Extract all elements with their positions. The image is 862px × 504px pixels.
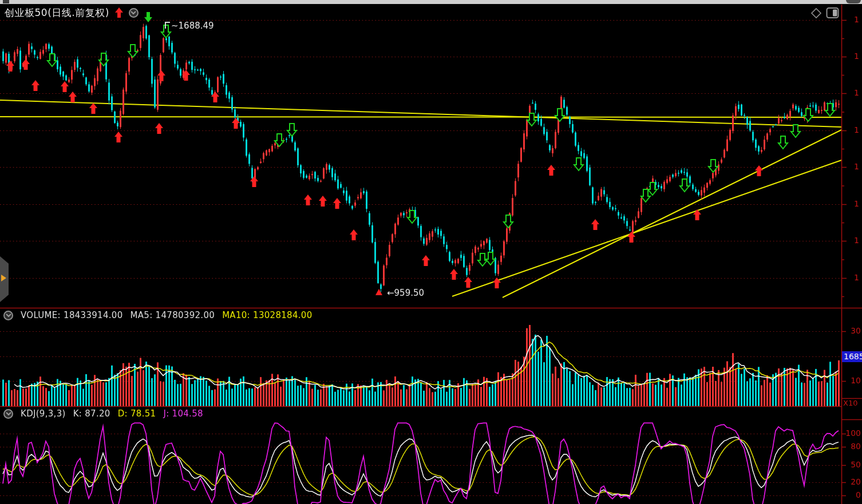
diamond-marker-icon[interactable] [810, 7, 822, 19]
axis-label: 1 [854, 273, 859, 282]
axis-label: 1 [854, 88, 859, 97]
collapse-volume-button[interactable] [3, 311, 13, 320]
collapse-kdj-button[interactable] [3, 409, 13, 419]
sell-signal-arrow-icon [144, 10, 153, 23]
left-panel-expand-arrow-icon[interactable] [1, 275, 6, 281]
volume-scale-multiplier: X10 [843, 399, 861, 407]
kdj-d-value: D: 78.51 [118, 408, 156, 419]
axis-label: 80 [844, 442, 861, 451]
axis-label: 1 [854, 125, 859, 134]
axis-label: 10 [844, 376, 861, 385]
collapse-indicator-button[interactable] [129, 8, 139, 18]
axis-label: 100 [844, 428, 861, 438]
last-price-badge: 1685 [842, 351, 862, 362]
axis-label: 1 [854, 15, 859, 24]
axis-label: 1 [854, 236, 859, 245]
axis-label: 0 [844, 490, 861, 499]
volume-ma10-value: MA10: 13028184.00 [222, 310, 312, 320]
annotation-pointer [165, 22, 170, 29]
trading-app-window: 创业板50(日线.前复权) ~1688.49 ←959.50 VOLUME: 1… [0, 0, 862, 504]
volume-pane-header: VOLUME: 18433914.00 MA5: 14780392.00 MA1… [3, 309, 313, 322]
kdj-indicator-label: KDJ(9,3,3) [21, 408, 66, 419]
kdj-k-value: K: 87.20 [73, 408, 110, 419]
axis-label: 1 [854, 162, 859, 171]
axis-label: 1 [854, 199, 859, 208]
buy-signal-arrow-icon [114, 7, 124, 18]
peak-price-annotation: ~1688.49 [165, 21, 214, 31]
axis-label: 50 [844, 460, 861, 469]
volume-ma5-value: MA5: 14780392.00 [131, 310, 215, 320]
volume-value: VOLUME: 18433914.00 [21, 310, 123, 320]
symbol-title: 创业板50(日线.前复权) [5, 6, 109, 19]
main-chart-header: 创业板50(日线.前复权) [5, 5, 153, 20]
panel-layout-icon[interactable] [826, 7, 839, 19]
low-price-annotation: ←959.50 [387, 288, 424, 298]
kdj-pane-header: KDJ(9,3,3) K: 87.20 D: 78.51 J: 104.58 [3, 407, 203, 420]
chart-plot-canvas[interactable] [0, 0, 862, 504]
axis-label: 1 [854, 51, 859, 61]
axis-label: 20 [844, 477, 861, 486]
axis-label: 30 [844, 326, 861, 335]
kdj-j-value: J: 104.58 [163, 408, 203, 419]
